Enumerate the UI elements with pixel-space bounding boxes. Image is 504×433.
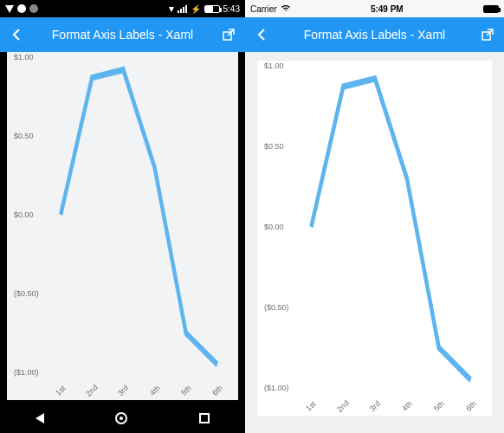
battery-icon <box>483 5 499 13</box>
x-tick-label: 3rd <box>368 399 382 413</box>
y-tick-label: $1.00 <box>264 61 284 70</box>
carrier-label: Carrier <box>250 4 277 14</box>
battery-icon: ⚡ <box>191 4 201 14</box>
ios-status-bar: Carrier 5:49 PM <box>245 0 504 17</box>
line-series <box>61 70 217 365</box>
android-device: ▾ ⚡ 5:43 Format Axis Labels - Xaml $1.00… <box>0 0 245 433</box>
plot-area <box>45 57 233 372</box>
wifi-icon: ▾ <box>169 3 174 14</box>
status-right <box>483 5 499 13</box>
y-tick-label: $0.50 <box>14 132 34 140</box>
x-tick-label: 4th <box>148 384 162 397</box>
plot-area <box>295 66 487 388</box>
x-tick-label: 1st <box>305 399 319 413</box>
y-tick-label: $0.50 <box>264 142 284 151</box>
ios-device: Carrier 5:49 PM Format Axis Labels - Xam… <box>245 0 504 433</box>
status-right: ▾ ⚡ 5:43 <box>169 3 240 14</box>
clock: 5:49 PM <box>291 4 483 14</box>
x-tick-label: 1st <box>54 384 68 397</box>
chevron-left-icon <box>257 28 266 42</box>
shield-icon <box>5 5 14 13</box>
clock: 5:43 <box>223 4 240 14</box>
x-tick-label: 5th <box>179 384 193 397</box>
battery-icon <box>204 5 220 13</box>
line-series <box>311 79 470 380</box>
app-bar: Format Axis Labels - Xaml <box>245 17 504 52</box>
status-left: Carrier <box>250 3 291 14</box>
x-tick-label: 4th <box>400 399 414 413</box>
nav-home-icon[interactable] <box>115 412 127 424</box>
x-tick-label: 2nd <box>84 383 100 398</box>
nav-recent-icon[interactable] <box>199 413 210 423</box>
external-link-icon <box>223 29 235 41</box>
app-bar: Format Axis Labels - Xaml <box>0 17 245 52</box>
y-tick-label: ($0.50) <box>264 303 289 312</box>
y-tick-label: $0.00 <box>264 223 284 231</box>
external-link-icon <box>481 29 494 41</box>
y-tick-label: ($1.00) <box>264 384 289 392</box>
page-title: Format Axis Labels - Xaml <box>33 28 212 42</box>
open-external-button[interactable] <box>480 29 495 41</box>
x-tick-label: 3rd <box>116 384 130 397</box>
back-button[interactable] <box>9 28 24 42</box>
wifi-icon <box>281 3 291 14</box>
x-tick-label: 6th <box>464 399 478 413</box>
status-left <box>5 4 38 13</box>
nav-back-icon[interactable] <box>36 413 44 423</box>
chevron-left-icon <box>12 28 21 42</box>
y-tick-label: $0.00 <box>14 210 34 219</box>
chart-area-ios: $1.00$0.50$0.00($0.50)($1.00) 1st2nd3rd4… <box>257 61 492 416</box>
dot-icon <box>29 4 38 13</box>
x-axis: 1st2nd3rd4th5th6th <box>295 391 487 414</box>
x-axis: 1st2nd3rd4th5th6th <box>45 376 233 398</box>
android-status-bar: ▾ ⚡ 5:43 <box>0 0 245 17</box>
android-nav-bar <box>0 404 245 433</box>
chart-area-android: $1.00$0.50$0.00($0.50)($1.00) 1st2nd3rd4… <box>7 52 238 400</box>
dot-icon <box>17 4 26 13</box>
y-tick-label: ($0.50) <box>14 289 39 298</box>
x-tick-label: 2nd <box>335 398 351 414</box>
y-tick-label: $1.00 <box>14 53 34 61</box>
y-tick-label: ($1.00) <box>14 368 39 377</box>
x-tick-label: 5th <box>432 399 446 413</box>
open-external-button[interactable] <box>221 29 236 41</box>
back-button[interactable] <box>254 28 269 42</box>
page-title: Format Axis Labels - Xaml <box>278 28 471 42</box>
x-tick-label: 6th <box>210 384 224 397</box>
signal-icon <box>178 5 187 13</box>
